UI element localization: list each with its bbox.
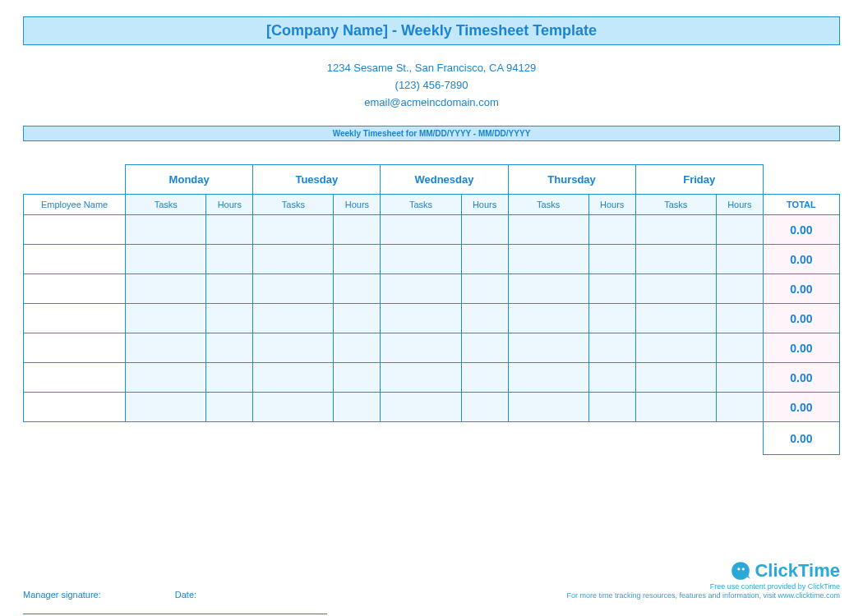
hours-cell[interactable] [716, 333, 763, 363]
tasks-cell[interactable] [635, 215, 716, 245]
row-total: 0.00 [763, 215, 839, 245]
tasks-cell[interactable] [635, 245, 716, 274]
col-hours: Hours [461, 195, 508, 215]
hours-cell[interactable] [206, 304, 253, 333]
hours-cell[interactable] [461, 363, 508, 393]
hours-cell[interactable] [588, 304, 635, 333]
hours-cell[interactable] [716, 215, 763, 245]
tasks-cell[interactable] [126, 215, 206, 245]
date-range-bar: Weekly Timesheet for MM/DD/YYYY - MM/DD/… [23, 126, 840, 141]
hours-cell[interactable] [206, 333, 253, 363]
hours-cell[interactable] [206, 215, 253, 245]
tasks-cell[interactable] [635, 274, 716, 304]
day-header-wednesday: Wednesday [381, 165, 508, 195]
company-info: 1234 Sesame St., San Francisco, CA 94129… [23, 60, 840, 111]
hours-cell[interactable] [588, 393, 635, 422]
brand-logo: ClickTime [566, 560, 840, 582]
tasks-cell[interactable] [635, 393, 716, 422]
hours-cell[interactable] [461, 245, 508, 274]
tasks-cell[interactable] [126, 245, 206, 274]
tasks-cell[interactable] [126, 363, 206, 393]
hours-cell[interactable] [588, 333, 635, 363]
hours-cell[interactable] [206, 245, 253, 274]
row-total: 0.00 [763, 333, 839, 363]
row-total: 0.00 [763, 245, 839, 274]
company-address: 1234 Sesame St., San Francisco, CA 94129 [23, 60, 840, 77]
tasks-cell[interactable] [253, 363, 334, 393]
hours-cell[interactable] [334, 245, 381, 274]
tasks-cell[interactable] [126, 274, 206, 304]
company-email: email@acmeincdomain.com [23, 94, 840, 112]
tasks-cell[interactable] [508, 245, 588, 274]
hours-cell[interactable] [334, 393, 381, 422]
employee-cell[interactable] [24, 215, 126, 245]
hours-cell[interactable] [716, 245, 763, 274]
tasks-cell[interactable] [126, 393, 206, 422]
date-label: Date: [175, 590, 196, 600]
tasks-cell[interactable] [253, 333, 334, 363]
hours-cell[interactable] [206, 393, 253, 422]
col-tasks: Tasks [126, 195, 206, 215]
tasks-cell[interactable] [126, 333, 206, 363]
tasks-cell[interactable] [253, 304, 334, 333]
tasks-cell[interactable] [635, 333, 716, 363]
tasks-cell[interactable] [253, 274, 334, 304]
tasks-cell[interactable] [126, 304, 206, 333]
tasks-cell[interactable] [253, 393, 334, 422]
employee-cell[interactable] [24, 333, 126, 363]
tasks-cell[interactable] [508, 393, 588, 422]
svg-point-2 [742, 568, 745, 570]
tasks-cell[interactable] [508, 274, 588, 304]
tasks-cell[interactable] [381, 215, 461, 245]
col-employee: Employee Name [24, 195, 126, 215]
svg-point-0 [732, 562, 750, 580]
col-hours: Hours [588, 195, 635, 215]
tasks-cell[interactable] [508, 333, 588, 363]
hours-cell[interactable] [716, 274, 763, 304]
tasks-cell[interactable] [508, 363, 588, 393]
employee-cell[interactable] [24, 304, 126, 333]
hours-cell[interactable] [461, 274, 508, 304]
col-total: TOTAL [763, 195, 839, 215]
tasks-cell[interactable] [381, 304, 461, 333]
employee-cell[interactable] [24, 245, 126, 274]
timesheet-body: 0.00 0.00 0.00 0.00 [24, 215, 840, 455]
tasks-cell[interactable] [508, 304, 588, 333]
tasks-cell[interactable] [253, 215, 334, 245]
hours-cell[interactable] [461, 393, 508, 422]
hours-cell[interactable] [334, 274, 381, 304]
tasks-cell[interactable] [635, 363, 716, 393]
hours-cell[interactable] [461, 333, 508, 363]
hours-cell[interactable] [588, 363, 635, 393]
employee-cell[interactable] [24, 274, 126, 304]
tasks-cell[interactable] [381, 393, 461, 422]
hours-cell[interactable] [588, 274, 635, 304]
table-row: 0.00 [24, 363, 840, 393]
row-total: 0.00 [763, 304, 839, 333]
hours-cell[interactable] [334, 333, 381, 363]
employee-cell[interactable] [24, 363, 126, 393]
tasks-cell[interactable] [508, 215, 588, 245]
hours-cell[interactable] [588, 245, 635, 274]
tasks-cell[interactable] [381, 363, 461, 393]
hours-cell[interactable] [334, 363, 381, 393]
hours-cell[interactable] [588, 215, 635, 245]
employee-cell[interactable] [24, 393, 126, 422]
table-row: 0.00 [24, 245, 840, 274]
tasks-cell[interactable] [635, 304, 716, 333]
tasks-cell[interactable] [381, 333, 461, 363]
tasks-cell[interactable] [381, 274, 461, 304]
signature-line [23, 614, 327, 614]
table-row: 0.00 [24, 215, 840, 245]
tasks-cell[interactable] [253, 245, 334, 274]
hours-cell[interactable] [206, 363, 253, 393]
hours-cell[interactable] [206, 274, 253, 304]
hours-cell[interactable] [334, 304, 381, 333]
hours-cell[interactable] [716, 363, 763, 393]
hours-cell[interactable] [716, 393, 763, 422]
hours-cell[interactable] [461, 304, 508, 333]
hours-cell[interactable] [461, 215, 508, 245]
hours-cell[interactable] [716, 304, 763, 333]
tasks-cell[interactable] [381, 245, 461, 274]
hours-cell[interactable] [334, 215, 381, 245]
